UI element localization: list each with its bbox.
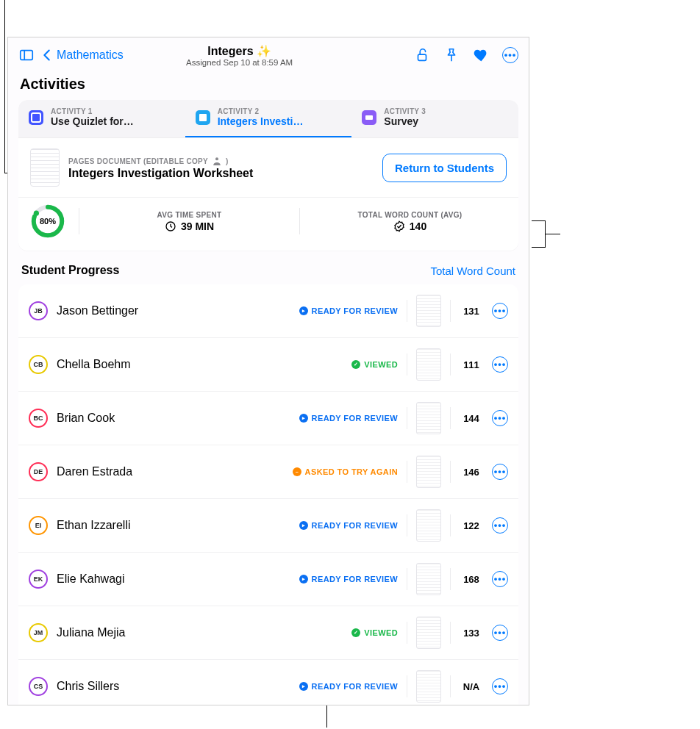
student-avatar: EI (29, 516, 48, 535)
svg-text:▸: ▸ (301, 308, 304, 314)
student-name: Daren Estrada (57, 465, 132, 478)
status-label: VIEWED (364, 360, 398, 369)
checkmark-badge-icon (393, 220, 405, 232)
submission-status: – ASKED TO TRY AGAIN (293, 467, 398, 476)
section-heading: Activities (8, 73, 529, 100)
document-thumbnail[interactable] (30, 148, 60, 187)
student-progress-heading: Student Progress (21, 264, 119, 277)
tab-activity-1[interactable]: ACTIVITY 1 Use Quizlet for… (18, 100, 185, 137)
row-more-button[interactable]: ••• (492, 356, 508, 373)
submission-thumbnail[interactable] (416, 509, 441, 542)
row-more-button[interactable]: ••• (492, 517, 508, 534)
avg-time-stat: AVG TIME SPENT 39 MIN (93, 211, 286, 232)
tab-label: Survey (384, 115, 426, 127)
student-name: Elie Kahwagi (57, 572, 125, 586)
tab-eyebrow: ACTIVITY 2 (218, 107, 304, 115)
student-row[interactable]: DE Daren Estrada – ASKED TO TRY AGAIN 14… (18, 445, 518, 499)
heart-icon[interactable] (473, 47, 489, 63)
student-avatar: EK (29, 570, 48, 589)
row-more-button[interactable]: ••• (492, 303, 508, 319)
callout-line (532, 220, 546, 221)
status-label: READY FOR REVIEW (312, 682, 398, 691)
student-name: Juliana Mejia (57, 626, 125, 639)
divider (407, 353, 407, 376)
more-menu-icon[interactable]: ••• (502, 47, 518, 63)
submission-thumbnail[interactable] (416, 456, 441, 488)
clock-icon (165, 220, 176, 232)
divider (450, 353, 451, 376)
student-row[interactable]: EI Ethan Izzarelli ▸ READY FOR REVIEW 12… (18, 499, 518, 553)
submission-thumbnail[interactable] (416, 670, 441, 703)
student-row[interactable]: JM Juliana Mejia ✓ VIEWED 133 ••• (18, 606, 518, 660)
divider (450, 675, 451, 697)
row-more-button[interactable]: ••• (492, 678, 508, 694)
status-label: READY FOR REVIEW (312, 521, 398, 530)
student-avatar: JM (29, 623, 48, 642)
lock-open-icon[interactable] (414, 47, 430, 63)
back-button[interactable]: Mathematics (39, 47, 124, 63)
tab-label: Integers Investi… (218, 115, 304, 127)
document-type-label: PAGES DOCUMENT (EDITABLE COPY ) (68, 155, 253, 167)
divider (299, 208, 300, 234)
sidebar-toggle-icon[interactable] (18, 47, 35, 63)
student-row[interactable]: EK Elie Kahwagi ▸ READY FOR REVIEW 168 •… (18, 553, 518, 606)
svg-text:✓: ✓ (354, 630, 358, 636)
divider (450, 568, 451, 590)
header-title-block: Integers ✨ Assigned Sep 10 at 8:59 AM (186, 44, 293, 67)
student-avatar: DE (29, 462, 48, 481)
status-label: READY FOR REVIEW (312, 575, 398, 583)
return-to-students-button[interactable]: Return to Students (382, 154, 507, 182)
activities-card: ACTIVITY 1 Use Quizlet for… ACTIVITY 2 I… (18, 100, 518, 251)
student-row[interactable]: CS Chris Sillers ▸ READY FOR REVIEW N/A … (18, 660, 518, 705)
stat-value: 39 MIN (181, 220, 214, 232)
metric-selector-link[interactable]: Total Word Count (430, 265, 515, 277)
submission-thumbnail[interactable] (416, 348, 441, 381)
page-title: Integers ✨ (186, 44, 293, 58)
stat-label: TOTAL WORD COUNT (AVG) (313, 211, 507, 219)
tab-activity-3[interactable]: ACTIVITY 3 Survey (351, 100, 518, 137)
submission-status: ▸ READY FOR REVIEW (299, 521, 398, 530)
status-dot-icon: ✓ (351, 360, 360, 369)
row-more-button[interactable]: ••• (492, 625, 508, 641)
submission-status: ▸ READY FOR REVIEW (299, 682, 398, 691)
progress-ring: 80% (30, 204, 65, 239)
student-avatar: JB (29, 301, 48, 320)
progress-percent: 80% (30, 204, 65, 239)
tab-label: Use Quizlet for… (51, 115, 134, 127)
row-more-button[interactable]: ••• (492, 410, 508, 426)
student-row[interactable]: BC Brian Cook ▸ READY FOR REVIEW 144 ••• (18, 392, 518, 445)
tab-activity-2[interactable]: ACTIVITY 2 Integers Investi… (185, 100, 352, 137)
svg-text:▸: ▸ (301, 576, 304, 582)
quizlet-icon (29, 110, 43, 125)
divider (450, 461, 451, 483)
word-count-value: 131 (460, 306, 483, 317)
student-name: Jason Bettinger (57, 304, 138, 317)
svg-text:▸: ▸ (301, 522, 304, 528)
student-list: JB Jason Bettinger ▸ READY FOR REVIEW 13… (18, 284, 518, 705)
row-more-button[interactable]: ••• (492, 571, 508, 587)
pin-icon[interactable] (443, 47, 460, 63)
document-header-row: PAGES DOCUMENT (EDITABLE COPY ) Integers… (18, 138, 518, 197)
status-dot-icon: ▸ (299, 306, 308, 315)
submission-thumbnail[interactable] (416, 402, 441, 434)
svg-rect-2 (418, 54, 426, 60)
divider (79, 208, 79, 234)
submission-thumbnail[interactable] (416, 617, 441, 649)
status-dot-icon: ✓ (351, 628, 360, 637)
row-more-button[interactable]: ••• (492, 464, 508, 480)
submission-thumbnail[interactable] (416, 563, 441, 595)
status-label: READY FOR REVIEW (312, 306, 398, 315)
student-avatar: BC (29, 409, 48, 428)
svg-text:–: – (295, 469, 298, 475)
person-icon (211, 155, 223, 167)
student-row[interactable]: JB Jason Bettinger ▸ READY FOR REVIEW 13… (18, 284, 518, 338)
status-label: ASKED TO TRY AGAIN (305, 467, 398, 476)
divider (407, 622, 407, 644)
stat-label: AVG TIME SPENT (93, 211, 286, 219)
callout-line (4, 0, 5, 173)
submission-thumbnail[interactable] (416, 295, 441, 327)
student-name: Ethan Izzarelli (57, 519, 131, 532)
student-row[interactable]: CB Chella Boehm ✓ VIEWED 111 ••• (18, 338, 518, 392)
status-dot-icon: ▸ (299, 521, 308, 530)
avg-wordcount-stat: TOTAL WORD COUNT (AVG) 140 (313, 211, 507, 232)
